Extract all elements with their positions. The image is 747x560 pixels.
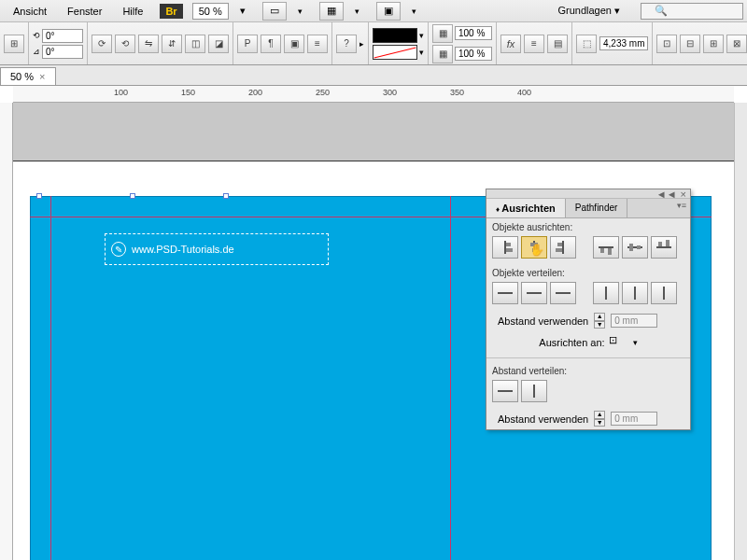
frame-fit-icon[interactable]: ⬚: [576, 35, 597, 53]
shear-field[interactable]: [42, 45, 83, 59]
align-to-dropdown-icon[interactable]: ▾: [633, 338, 638, 347]
search-icon: 🔍: [645, 1, 677, 21]
dd-icon[interactable]: ▸: [359, 39, 364, 49]
panel-collapse-icon[interactable]: ◄◄: [656, 189, 677, 200]
flip-h-icon[interactable]: ⇋: [138, 35, 159, 53]
fx-button[interactable]: fx: [500, 35, 521, 53]
distribute-vspace-button[interactable]: [492, 380, 518, 402]
guide-vertical[interactable]: [450, 196, 451, 560]
workspace: 100 150 200 250 300 350 400 ✎ www.PSD-Tu…: [0, 86, 747, 560]
tint-field-2[interactable]: [455, 47, 492, 61]
guide-vertical[interactable]: [50, 196, 51, 560]
control-bar: ⊞ ⟲ ⊿ ⟳ ⟲ ⇋ ⇵ ◫ ◪ P ¶ ▣ ≡ ? ▸ ▾ ▾ ▦ ▦ fx…: [0, 22, 747, 65]
stroke-weight-field[interactable]: [599, 36, 648, 50]
text-wrap-bound-icon[interactable]: ▤: [547, 35, 568, 53]
ruler-tick: 150: [181, 88, 195, 97]
document-tabs: 50 % ×: [0, 65, 747, 86]
view-options-button[interactable]: ▣: [376, 2, 401, 21]
close-tab-icon[interactable]: ×: [39, 71, 45, 82]
ruler-tick: 300: [383, 88, 397, 97]
spacing-field-2[interactable]: 0 mm: [611, 412, 657, 426]
menu-hilfe[interactable]: Hilfe: [113, 2, 152, 21]
rotation-field[interactable]: [42, 29, 83, 43]
ruler-tick: 100: [114, 88, 128, 97]
spacing-spinner-2[interactable]: ▲▼: [594, 411, 605, 427]
object-format-icon[interactable]: ≡: [307, 35, 328, 53]
stroke-tint-icon: ▦: [432, 45, 453, 63]
ruler-tick: 350: [450, 88, 464, 97]
shear-icon: ⊿: [33, 47, 40, 56]
align-left-button[interactable]: [492, 236, 518, 259]
vertical-scrollbar[interactable]: [734, 103, 747, 560]
spacing-field-1[interactable]: 0 mm: [611, 314, 657, 328]
fit-content-icon[interactable]: ⊡: [656, 35, 677, 53]
select-content-icon[interactable]: ◪: [208, 35, 229, 53]
fill-swatch[interactable]: [373, 28, 417, 43]
panel-close-icon[interactable]: ×: [681, 189, 686, 200]
text-wrap-none-icon[interactable]: ≡: [524, 35, 544, 53]
align-to-button[interactable]: ⊡: [609, 334, 629, 351]
flip-v-icon[interactable]: ⇵: [162, 35, 182, 53]
use-spacing-label-2: Abstand verwenden: [498, 413, 588, 425]
fill-frame-icon[interactable]: ⊠: [726, 35, 747, 53]
stroke-swatch[interactable]: [373, 45, 417, 60]
align-right-button[interactable]: [550, 236, 576, 259]
distribute-top-button[interactable]: [492, 282, 518, 304]
section-distribute-objects: Objekte verteilen:: [486, 264, 690, 280]
menu-ansicht[interactable]: Ansicht: [4, 2, 56, 21]
workspace-switcher[interactable]: Grundlagen ▾: [546, 2, 631, 20]
dd-icon[interactable]: ▾: [289, 3, 312, 20]
dd-icon[interactable]: ▾: [402, 3, 426, 20]
distribute-right-button[interactable]: [651, 282, 677, 304]
ruler-tick: 400: [517, 88, 531, 97]
selection-handles[interactable]: [39, 196, 226, 207]
tab-pathfinder[interactable]: Pathfinder: [566, 199, 628, 217]
text-wrap-icon[interactable]: ▣: [284, 35, 304, 53]
align-to-label: Ausrichten an:: [539, 337, 604, 348]
pasteboard: [13, 103, 734, 161]
document-tab[interactable]: 50 % ×: [0, 67, 56, 85]
distribute-bottom-button[interactable]: [550, 282, 576, 304]
spacing-spinner[interactable]: ▲▼: [594, 313, 605, 329]
distribute-hspace-button[interactable]: [521, 380, 547, 402]
placed-graphic-frame[interactable]: ✎ www.PSD-Tutorials.de: [105, 233, 329, 265]
placed-graphic-text: www.PSD-Tutorials.de: [132, 244, 234, 255]
arrange-docs-button[interactable]: ▦: [319, 2, 344, 21]
zoom-dropdown-icon[interactable]: ▾: [231, 1, 255, 21]
story-editor-icon[interactable]: ¶: [261, 35, 281, 53]
tint-field[interactable]: [455, 26, 492, 40]
align-panel: ◄◄ × ♦ Ausrichten Pathfinder ▾≡ Objekte …: [486, 189, 691, 430]
screen-mode-button[interactable]: ▭: [262, 2, 287, 21]
distribute-hcenter-button[interactable]: [622, 282, 648, 304]
align-top-button[interactable]: [593, 236, 619, 259]
rotate-cw-icon[interactable]: ⟳: [92, 35, 112, 53]
section-distribute-spacing: Abstand verteilen:: [486, 362, 690, 378]
center-content-icon[interactable]: ⊞: [703, 35, 724, 53]
fit-frame-icon[interactable]: ⊟: [680, 35, 700, 53]
align-vcenter-button[interactable]: [622, 236, 648, 259]
align-bottom-button[interactable]: [651, 236, 677, 259]
ruler-tick: 250: [316, 88, 330, 97]
use-spacing-label: Abstand verwenden: [498, 315, 588, 327]
menu-fenster[interactable]: Fenster: [58, 2, 111, 21]
horizontal-ruler[interactable]: 100 150 200 250 300 350 400: [13, 86, 734, 103]
rotate-ccw-icon[interactable]: ⟲: [115, 35, 135, 53]
zoom-level[interactable]: 50 %: [192, 3, 229, 20]
ref-point-icon[interactable]: ⊞: [4, 35, 24, 53]
dd-icon[interactable]: ▾: [345, 3, 369, 20]
select-container-icon[interactable]: ◫: [185, 35, 205, 53]
search-input[interactable]: 🔍: [641, 3, 743, 20]
distribute-vcenter-button[interactable]: [521, 282, 547, 304]
tab-ausrichten[interactable]: ♦ Ausrichten: [486, 199, 566, 217]
align-hcenter-button[interactable]: ✋: [521, 236, 547, 259]
help-icon[interactable]: ?: [336, 35, 357, 53]
tab-label: 50 %: [10, 71, 34, 82]
fill-tint-icon: ▦: [432, 24, 453, 43]
rotate-icon: ⟲: [33, 31, 40, 40]
vertical-ruler[interactable]: [0, 103, 13, 560]
bridge-button[interactable]: Br: [160, 4, 182, 19]
panel-menu-icon[interactable]: ▾≡: [673, 199, 690, 217]
text-tool-icon[interactable]: P: [237, 35, 258, 53]
distribute-left-button[interactable]: [593, 282, 619, 304]
pen-logo-icon: ✎: [111, 242, 126, 257]
